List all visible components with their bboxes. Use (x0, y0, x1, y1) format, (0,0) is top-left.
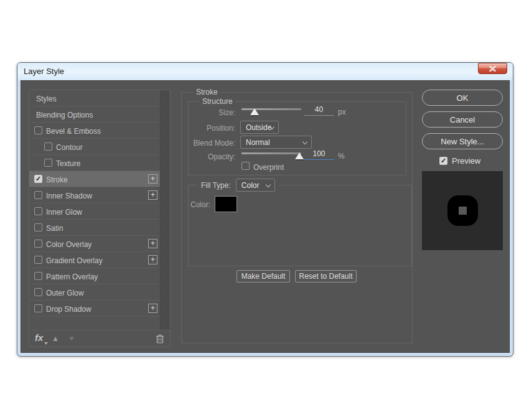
stroke-checkbox[interactable]: ✓ (34, 175, 42, 183)
sidebar-item-label: Bevel & Emboss (46, 127, 101, 136)
sidebar-item-blending-options[interactable]: Blending Options (29, 106, 160, 123)
close-icon (489, 66, 496, 72)
sidebar-item-color-overlay[interactable]: ✓Color Overlay+ (29, 236, 160, 252)
fill-type-label: Fill Type: (201, 181, 231, 190)
fill-type-value: Color (241, 181, 260, 190)
move-effect-up-button arrow-up-icon[interactable]: ▲ (52, 334, 59, 343)
fill-type-header: Fill Type: Color (197, 179, 279, 192)
styles-list: StylesBlending Options✓Bevel & Emboss✓Co… (29, 90, 171, 347)
sidebar-item-label: Pattern Overlay (46, 273, 98, 281)
style-preview (422, 171, 503, 250)
desktop-background: Layer Style StylesBlending Options✓Bevel… (0, 0, 529, 420)
stroke-panel: Stroke Structure Size: 40 px Position: O… (181, 92, 413, 343)
contour-checkbox[interactable]: ✓ (44, 142, 52, 151)
sidebar-item-texture[interactable]: ✓Texture (29, 155, 160, 171)
add-effect-instance-button plus-icon[interactable]: + (148, 255, 157, 264)
position-value: Outside (246, 123, 271, 132)
new-style-button[interactable]: New Style... (422, 133, 503, 149)
ok-button[interactable]: OK (422, 90, 503, 106)
sidebar-item-label: Drop Shadow (46, 305, 91, 314)
stroke-color-label: Color: (167, 200, 210, 209)
opacity-input[interactable]: 100 (304, 149, 334, 160)
blend-mode-select[interactable]: Normal (240, 136, 312, 149)
trash-icon (156, 334, 164, 343)
sidebar-item-styles[interactable]: Styles (29, 90, 160, 106)
dialog-content: StylesBlending Options✓Bevel & Emboss✓Co… (21, 80, 510, 353)
texture-checkbox[interactable]: ✓ (44, 159, 52, 167)
dialog-actions: OK Cancel New Style... ✓ Preview (422, 90, 503, 338)
styles-list-scrollbar[interactable] (160, 90, 170, 330)
sidebar-item-bevel-emboss[interactable]: ✓Bevel & Emboss (29, 123, 160, 139)
check-icon: ✓ (35, 175, 41, 182)
size-unit: px (338, 108, 346, 116)
opacity-slider-track (241, 152, 301, 154)
sidebar-item-outer-glow[interactable]: ✓Outer Glow (29, 284, 160, 301)
fill-type-group: Fill Type: Color Color: (188, 185, 412, 266)
make-default-button[interactable]: Make Default (236, 270, 290, 282)
inner-glow-checkbox[interactable]: ✓ (34, 207, 42, 215)
sidebar-item-drop-shadow[interactable]: ✓Drop Shadow+ (29, 301, 160, 317)
drop-shadow-checkbox[interactable]: ✓ (34, 304, 42, 312)
close-button[interactable] (478, 63, 507, 74)
sidebar-item-label: Gradient Overlay (46, 256, 103, 265)
sidebar-item-label: Blending Options (36, 111, 93, 119)
color-overlay-checkbox[interactable]: ✓ (34, 240, 42, 248)
add-effect-instance-button plus-icon[interactable]: + (148, 190, 157, 200)
styles-rows: StylesBlending Options✓Bevel & Emboss✓Co… (29, 90, 160, 317)
sidebar-item-label: Outer Glow (46, 289, 84, 297)
size-slider-thumb[interactable] (250, 108, 259, 115)
position-select[interactable]: Outside (240, 121, 279, 134)
move-effect-down-button arrow-down-icon[interactable]: ▼ (68, 334, 75, 343)
add-effect-instance-button plus-icon[interactable]: + (148, 239, 157, 248)
preview-toggle-row: ✓ Preview (439, 156, 480, 166)
sidebar-item-label: Stroke (46, 175, 68, 184)
add-effect-instance-button plus-icon[interactable]: + (148, 304, 157, 313)
delete-effect-button[interactable] (156, 334, 164, 346)
opacity-slider-thumb[interactable] (295, 152, 304, 159)
effects-toolbar: fx ▲ ▼ (29, 330, 170, 347)
preview-label: Preview (452, 156, 480, 166)
chevron-down-icon (302, 139, 307, 144)
size-label: Size: (189, 108, 235, 117)
inner-shadow-checkbox[interactable]: ✓ (34, 191, 42, 199)
size-input[interactable]: 40 (304, 105, 334, 116)
opacity-unit: % (338, 152, 345, 161)
bevel-emboss-checkbox[interactable]: ✓ (34, 126, 42, 134)
fill-type-select[interactable]: Color (236, 179, 275, 192)
structure-group-label: Structure (199, 97, 236, 106)
add-effect-instance-button plus-icon[interactable]: + (148, 174, 157, 184)
overprint-label: Overprint (253, 163, 284, 172)
preview-checkbox[interactable]: ✓ (439, 157, 447, 165)
sidebar-item-pattern-overlay[interactable]: ✓Pattern Overlay (29, 268, 160, 284)
layer-style-dialog: Layer Style StylesBlending Options✓Bevel… (17, 62, 513, 357)
add-effect-button fx-icon[interactable]: fx (35, 332, 43, 343)
sidebar-item-stroke[interactable]: ✓Stroke+ (29, 171, 160, 187)
size-slider[interactable] (241, 107, 301, 116)
sidebar-item-label: Color Overlay (46, 240, 91, 249)
blend-mode-label: Blend Mode: (189, 139, 235, 147)
stroke-color-swatch[interactable] (215, 196, 237, 212)
titlebar[interactable]: Layer Style (17, 63, 513, 80)
position-label: Position: (189, 124, 235, 133)
stroke-group-label: Stroke (193, 88, 221, 97)
opacity-label: Opacity: (189, 152, 235, 161)
cancel-button[interactable]: Cancel (422, 111, 503, 128)
sidebar-item-inner-glow[interactable]: ✓Inner Glow (29, 203, 160, 220)
sidebar-item-gradient-overlay[interactable]: ✓Gradient Overlay+ (29, 252, 160, 268)
blend-mode-value: Normal (246, 138, 270, 147)
overprint-checkbox[interactable]: ✓ (241, 162, 250, 170)
reset-to-default-button[interactable]: Reset to Default (295, 270, 357, 282)
opacity-slider[interactable] (241, 151, 301, 161)
gradient-overlay-checkbox[interactable]: ✓ (34, 256, 42, 264)
chevron-down-icon (266, 182, 271, 187)
pattern-overlay-checkbox[interactable]: ✓ (34, 272, 42, 280)
sidebar-item-contour[interactable]: ✓Contour (29, 139, 160, 155)
sidebar-item-satin[interactable]: ✓Satin (29, 220, 160, 236)
outer-glow-checkbox[interactable]: ✓ (34, 288, 42, 296)
sidebar-item-label: Styles (36, 95, 57, 103)
satin-checkbox[interactable]: ✓ (34, 223, 42, 231)
sidebar-item-label: Inner Glow (46, 208, 82, 217)
window-title: Layer Style (24, 67, 64, 76)
check-icon: ✓ (441, 157, 446, 164)
sidebar-item-inner-shadow[interactable]: ✓Inner Shadow+ (29, 187, 160, 203)
